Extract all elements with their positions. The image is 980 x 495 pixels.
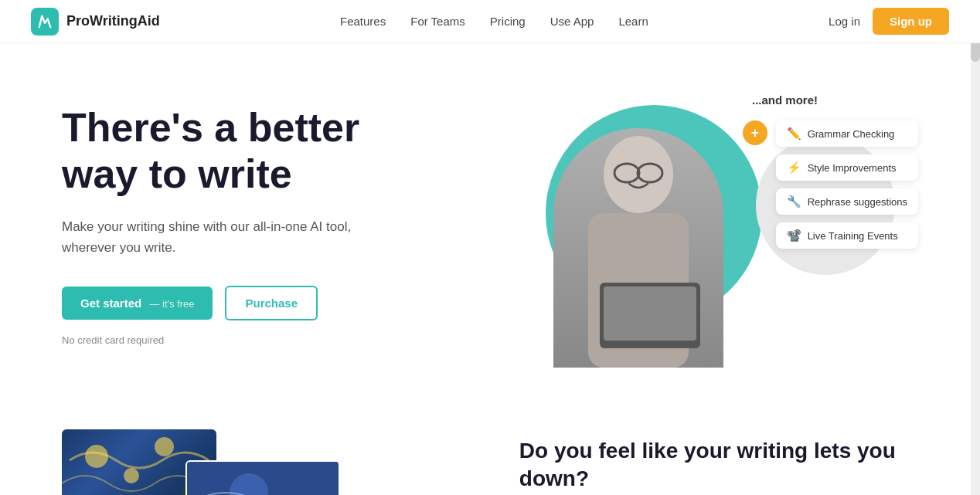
- grammar-icon: ✏️: [787, 127, 801, 141]
- logo[interactable]: ProWritingAid: [31, 8, 160, 36]
- navbar: ProWritingAid Features For Teams Pricing…: [0, 0, 980, 43]
- pill-style-label: Style Improvements: [808, 162, 897, 174]
- hero-title: There's a better way to write: [62, 105, 490, 198]
- second-right-text: Do you feel like your writing lets you d…: [519, 429, 918, 495]
- svg-rect-6: [604, 286, 696, 341]
- pill-rephrase-label: Rephrase suggestions: [808, 196, 907, 208]
- second-left-image: My idea in my head: [62, 429, 473, 495]
- second-section-title: Do you feel like your writing lets you d…: [519, 437, 918, 493]
- feature-pills: ✏️ Grammar Checking ⚡ Style Improvements…: [776, 120, 918, 249]
- purchase-button[interactable]: Purchase: [225, 286, 318, 320]
- painting-stack: My idea in my head: [62, 429, 356, 495]
- pill-grammar-label: Grammar Checking: [808, 128, 895, 140]
- no-credit-text: No credit card required: [62, 334, 490, 346]
- and-more-text: ...and more!: [752, 93, 818, 107]
- hero-buttons: Get started — it's free Purchase: [62, 286, 490, 320]
- navbar-nav: Features For Teams Pricing Use App Learn: [340, 15, 648, 28]
- scrollbar[interactable]: [971, 0, 980, 495]
- pill-rephrase: 🔧 Rephrase suggestions: [776, 188, 918, 215]
- logo-icon: [31, 8, 59, 36]
- pill-style: ⚡ Style Improvements: [776, 154, 918, 181]
- pill-training: 📽️ Live Training Events: [776, 222, 918, 249]
- login-button[interactable]: Log in: [829, 15, 860, 28]
- second-section: My idea in my head Do you feel like your…: [0, 398, 980, 495]
- pill-training-label: Live Training Events: [808, 230, 898, 242]
- nav-learn[interactable]: Learn: [618, 15, 648, 28]
- navbar-actions: Log in Sign up: [829, 8, 949, 35]
- plus-badge: +: [743, 120, 767, 145]
- hero-right: + ...and more! ✏️ Grammar Checking ⚡ Sty…: [507, 90, 918, 368]
- nav-use-app[interactable]: Use App: [550, 15, 594, 28]
- rephrase-icon: 🔧: [787, 195, 801, 209]
- hero-left: There's a better way to write Make your …: [62, 90, 490, 346]
- training-icon: 📽️: [787, 229, 801, 242]
- hero-section: There's a better way to write Make your …: [0, 43, 980, 398]
- style-icon: ⚡: [787, 161, 801, 175]
- person-image: [553, 128, 723, 368]
- hero-illustration: + ...and more! ✏️ Grammar Checking ⚡ Sty…: [507, 90, 918, 368]
- nav-for-teams[interactable]: For Teams: [410, 15, 465, 28]
- hero-subtitle: Make your writing shine with our all-in-…: [62, 216, 386, 258]
- nav-features[interactable]: Features: [340, 15, 386, 28]
- logo-text: ProWritingAid: [66, 13, 160, 29]
- pill-grammar: ✏️ Grammar Checking: [776, 120, 918, 147]
- signup-button[interactable]: Sign up: [873, 8, 949, 35]
- nav-pricing[interactable]: Pricing: [490, 15, 526, 28]
- get-started-button[interactable]: Get started — it's free: [62, 286, 213, 320]
- painting-front: [185, 460, 340, 495]
